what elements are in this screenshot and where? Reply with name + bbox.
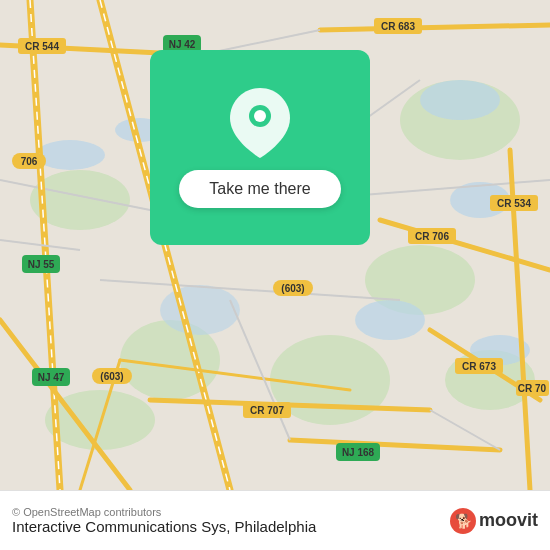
706-label: 706 xyxy=(21,156,38,167)
osm-credit: © OpenStreetMap contributors xyxy=(12,506,316,518)
nj47-label: NJ 47 xyxy=(38,372,65,383)
603a-label: (603) xyxy=(100,371,123,382)
svg-point-10 xyxy=(420,80,500,120)
location-card: Take me there xyxy=(150,50,370,245)
cr707-label: CR 707 xyxy=(250,405,284,416)
moovit-brand-icon: 🐕 xyxy=(449,507,477,535)
svg-point-14 xyxy=(160,285,240,335)
svg-point-8 xyxy=(35,140,105,170)
nj168-label: NJ 168 xyxy=(342,447,375,458)
nj42-label: NJ 42 xyxy=(169,39,196,50)
cr534-label: CR 534 xyxy=(497,198,531,209)
map-container: CR 544 CR 683 NJ 42 706 NJ 55 CR 534 NJ … xyxy=(0,0,550,490)
moovit-text: moovit xyxy=(479,510,538,531)
svg-point-53 xyxy=(254,110,266,122)
location-name: Interactive Communications Sys, Philadel… xyxy=(12,518,316,535)
moovit-logo: 🐕 moovit xyxy=(449,507,538,535)
cr683-label: CR 683 xyxy=(381,21,415,32)
location-pin-icon xyxy=(230,88,290,158)
cr673-label: CR 673 xyxy=(462,361,496,372)
take-me-there-button[interactable]: Take me there xyxy=(179,170,340,208)
svg-text:🐕: 🐕 xyxy=(454,513,472,530)
svg-point-12 xyxy=(355,300,425,340)
cr706-label: CR 706 xyxy=(415,231,449,242)
nj55-label: NJ 55 xyxy=(28,259,55,270)
bottom-bar: © OpenStreetMap contributors Interactive… xyxy=(0,490,550,550)
bottom-info: © OpenStreetMap contributors Interactive… xyxy=(12,506,316,535)
603b-label: (603) xyxy=(281,283,304,294)
cr544-label: CR 544 xyxy=(25,41,59,52)
cr70-label: CR 70 xyxy=(518,383,547,394)
